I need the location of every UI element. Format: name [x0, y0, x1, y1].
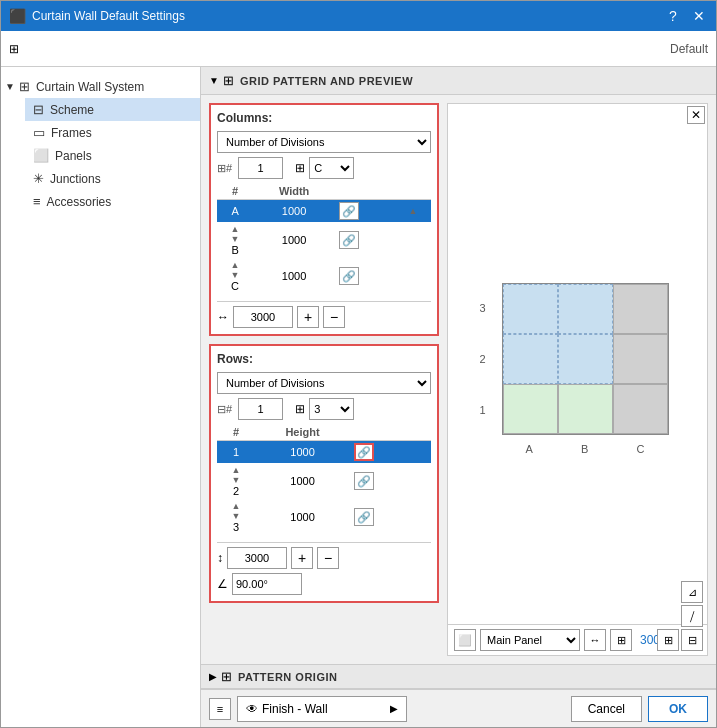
columns-remove-button[interactable]: − — [323, 306, 345, 328]
col-row-lock[interactable]: 🔗 — [335, 258, 395, 294]
columns-dropdown-row: Number of Divisions — [217, 131, 431, 153]
row-row-value: 1000 — [255, 463, 350, 499]
row-row-id: 1 — [217, 441, 255, 464]
lock-button-b[interactable]: 🔗 — [339, 231, 359, 249]
rows-total-input[interactable] — [227, 547, 287, 569]
window-controls: ? ✕ — [664, 8, 708, 24]
table-row[interactable]: ▲▼ 2 1000 🔗 — [217, 463, 431, 499]
angle-row: ∠ — [217, 573, 431, 595]
row-label-1: 1 — [480, 404, 486, 416]
ok-button[interactable]: OK — [648, 696, 708, 722]
preview-grid-btn-1[interactable]: ⊞ — [657, 629, 679, 651]
rows-count-input[interactable] — [238, 398, 283, 420]
col-label-c: C — [636, 443, 644, 455]
col-th-scroll — [395, 183, 431, 200]
grid-cells — [502, 283, 669, 435]
panels-icon: ⬜ — [33, 148, 49, 163]
columns-letter-select[interactable]: C A B — [309, 157, 354, 179]
sidebar-group-curtain-system[interactable]: ▼ ⊞ Curtain Wall System — [1, 75, 200, 98]
cancel-button[interactable]: Cancel — [571, 696, 642, 722]
angle-input[interactable] — [232, 573, 302, 595]
preview-tb-icon[interactable]: ⬜ — [454, 629, 476, 651]
main-content: Columns: Number of Divisions ⊞# ⊞ C — [201, 95, 716, 664]
lock-button-3[interactable]: 🔗 — [354, 508, 374, 526]
grid-cell[interactable] — [613, 334, 668, 384]
rows-add-button[interactable]: + — [291, 547, 313, 569]
grid-cell[interactable] — [558, 284, 613, 334]
sidebar-item-junctions[interactable]: ✳ Junctions — [25, 167, 200, 190]
default-label: Default — [670, 42, 708, 56]
grid-cell[interactable] — [503, 334, 558, 384]
preview-tb-icon3[interactable]: ⊞ — [610, 629, 632, 651]
junctions-icon: ✳ — [33, 171, 44, 186]
table-row[interactable]: A 1000 🔗 ▲ — [217, 200, 431, 223]
grid-cell[interactable] — [503, 384, 558, 434]
finish-wall-button[interactable]: 👁 Finish - Wall ▶ — [237, 696, 407, 722]
columns-total-input[interactable] — [233, 306, 293, 328]
grid-cell[interactable] — [558, 334, 613, 384]
grid-cell[interactable] — [558, 384, 613, 434]
sidebar-item-frames[interactable]: ▭ Frames — [25, 121, 200, 144]
preview-icon-group: ⊿ ⧸ — [681, 581, 703, 627]
columns-count-input[interactable] — [238, 157, 283, 179]
rows-remove-button[interactable]: − — [317, 547, 339, 569]
bottom-bar: ≡ 👁 Finish - Wall ▶ Cancel OK — [201, 689, 716, 727]
row-total-icon: ↕ — [217, 551, 223, 565]
lock-button-2[interactable]: 🔗 — [354, 472, 374, 490]
preview-bottom-icons: ⊞ ⊟ — [657, 629, 703, 651]
grid-cell[interactable] — [503, 284, 558, 334]
table-row[interactable]: ▲▼ C 1000 🔗 — [217, 258, 431, 294]
row-row-arrow — [413, 441, 431, 464]
lock-button-a[interactable]: 🔗 — [339, 202, 359, 220]
frames-label: Frames — [51, 126, 92, 140]
preview-icon-btn-2[interactable]: ⧸ — [681, 605, 703, 627]
sidebar-item-panels[interactable]: ⬜ Panels — [25, 144, 200, 167]
preview-icon-btn-1[interactable]: ⊿ — [681, 581, 703, 603]
grid-cell[interactable] — [613, 284, 668, 334]
col-th-width: Width — [253, 183, 335, 200]
sidebar-item-scheme[interactable]: ⊟ Scheme — [25, 98, 200, 121]
scheme-icon: ⊟ — [33, 102, 44, 117]
grid-cell[interactable] — [613, 384, 668, 434]
preview-tb-icon2[interactable]: ↔ — [584, 629, 606, 651]
lock-button-1[interactable]: 🔗 — [354, 443, 374, 461]
panels-label: Panels — [55, 149, 92, 163]
sidebar-item-accessories[interactable]: ≡ Accessories — [25, 190, 200, 213]
rows-label: Rows: — [217, 352, 431, 366]
row-row-id: ▲▼ 2 — [217, 463, 255, 499]
col-total-icon: ↔ — [217, 310, 229, 324]
row-row-id: ▲▼ 3 — [217, 499, 255, 535]
table-row[interactable]: 1 1000 🔗 — [217, 441, 431, 464]
row-row-value: 1000 — [255, 499, 350, 535]
table-row[interactable]: ▲▼ B 1000 🔗 — [217, 222, 431, 258]
content-area: ▼ ⊞ Curtain Wall System ⊟ Scheme ▭ Frame… — [1, 67, 716, 727]
row-row-lock[interactable]: 🔗 — [350, 499, 413, 535]
pattern-origin-section: ▶ ⊞ PATTERN ORIGIN — [201, 664, 716, 689]
rows-division-select[interactable]: Number of Divisions — [217, 372, 431, 394]
rows-dropdown-row: Number of Divisions — [217, 372, 431, 394]
columns-section: Columns: Number of Divisions ⊞# ⊞ C — [209, 103, 439, 336]
lock-button-c[interactable]: 🔗 — [339, 267, 359, 285]
table-row[interactable]: ▲▼ 3 1000 🔗 — [217, 499, 431, 535]
help-button[interactable]: ? — [664, 8, 682, 24]
bottom-icon-btn[interactable]: ≡ — [209, 698, 231, 720]
row-row-lock[interactable]: 🔗 — [350, 463, 413, 499]
right-panel: ✕ 1 2 3 — [447, 103, 708, 656]
rows-num-select[interactable]: 3 1 2 — [309, 398, 354, 420]
pattern-arrow[interactable]: ▶ — [209, 671, 217, 682]
preview-grid-btn-2[interactable]: ⊟ — [681, 629, 703, 651]
col-th-lock — [335, 183, 395, 200]
preview-grid-area: 1 2 3 — [448, 104, 707, 624]
preview-close-button[interactable]: ✕ — [687, 106, 705, 124]
col-row-lock[interactable]: 🔗 — [335, 222, 395, 258]
columns-grid-icon: ⊞ — [295, 161, 305, 175]
section-arrow[interactable]: ▼ — [209, 75, 219, 86]
columns-division-select[interactable]: Number of Divisions — [217, 131, 431, 153]
toolbar-icon: ⊞ — [9, 42, 19, 56]
col-row-lock[interactable]: 🔗 — [335, 200, 395, 223]
row-row-lock[interactable]: 🔗 — [350, 441, 413, 464]
columns-add-button[interactable]: + — [297, 306, 319, 328]
row-label-2: 2 — [480, 353, 486, 365]
close-button[interactable]: ✕ — [690, 8, 708, 24]
preview-panel-select[interactable]: Main Panel — [480, 629, 580, 651]
